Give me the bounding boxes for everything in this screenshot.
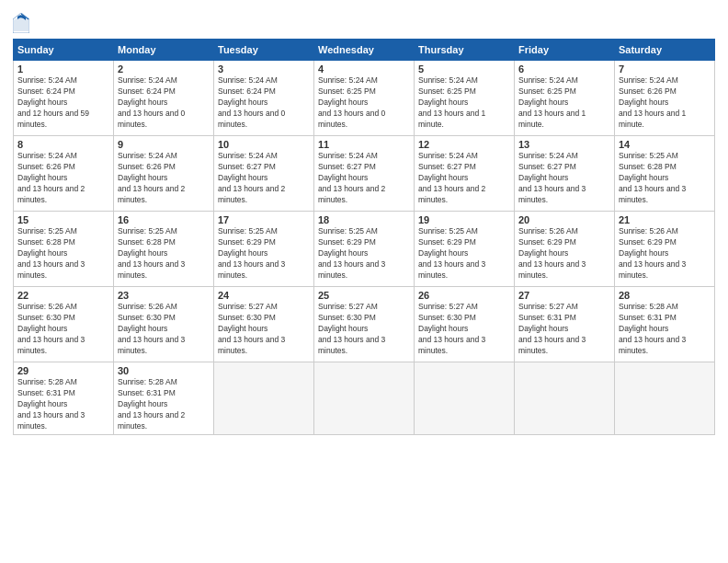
- day-info: Sunrise: 5:26 AMSunset: 6:29 PMDaylight …: [518, 226, 610, 281]
- day-number: 24: [218, 290, 310, 301]
- logo: [13, 13, 34, 33]
- calendar-header: SundayMondayTuesdayWednesdayThursdayFrid…: [14, 40, 715, 61]
- day-info: Sunrise: 5:24 AMSunset: 6:25 PMDaylight …: [518, 75, 610, 130]
- header-day-wednesday: Wednesday: [314, 40, 415, 61]
- calendar-cell: 18Sunrise: 5:25 AMSunset: 6:29 PMDayligh…: [314, 212, 415, 287]
- calendar-cell: 2Sunrise: 5:24 AMSunset: 6:24 PMDaylight…: [114, 61, 214, 136]
- day-info: Sunrise: 5:26 AMSunset: 6:30 PMDaylight …: [118, 302, 210, 356]
- calendar-cell: 8Sunrise: 5:24 AMSunset: 6:26 PMDaylight…: [14, 136, 114, 212]
- calendar-cell: 3Sunrise: 5:24 AMSunset: 6:24 PMDaylight…: [214, 61, 314, 136]
- day-number: 20: [518, 214, 610, 225]
- day-info: Sunrise: 5:25 AMSunset: 6:29 PMDaylight …: [318, 226, 410, 281]
- day-number: 21: [619, 214, 711, 225]
- day-info: Sunrise: 5:27 AMSunset: 6:30 PMDaylight …: [318, 302, 410, 356]
- day-info: Sunrise: 5:25 AMSunset: 6:29 PMDaylight …: [218, 226, 310, 281]
- day-number: 7: [619, 63, 711, 75]
- day-info: Sunrise: 5:25 AMSunset: 6:28 PMDaylight …: [619, 151, 711, 205]
- header-day-thursday: Thursday: [415, 40, 515, 61]
- day-number: 27: [518, 290, 610, 301]
- day-number: 1: [17, 63, 109, 75]
- day-number: 26: [418, 290, 510, 301]
- calendar-cell: 5Sunrise: 5:24 AMSunset: 6:25 PMDaylight…: [415, 61, 515, 136]
- day-info: Sunrise: 5:24 AMSunset: 6:26 PMDaylight …: [17, 151, 109, 205]
- day-number: 6: [518, 63, 610, 75]
- day-info: Sunrise: 5:24 AMSunset: 6:24 PMDaylight …: [118, 75, 210, 130]
- logo-icon: [13, 13, 29, 33]
- week-row-2: 15Sunrise: 5:25 AMSunset: 6:28 PMDayligh…: [14, 212, 715, 287]
- day-info: Sunrise: 5:24 AMSunset: 6:27 PMDaylight …: [418, 151, 510, 205]
- day-number: 25: [318, 290, 410, 301]
- calendar-cell: 30Sunrise: 5:28 AMSunset: 6:31 PMDayligh…: [114, 362, 214, 435]
- day-info: Sunrise: 5:24 AMSunset: 6:27 PMDaylight …: [218, 151, 310, 205]
- calendar-cell: 29Sunrise: 5:28 AMSunset: 6:31 PMDayligh…: [14, 362, 114, 435]
- calendar-cell: 20Sunrise: 5:26 AMSunset: 6:29 PMDayligh…: [515, 212, 615, 287]
- calendar-cell: 13Sunrise: 5:24 AMSunset: 6:27 PMDayligh…: [515, 136, 615, 212]
- day-number: 30: [118, 365, 210, 376]
- day-number: 11: [318, 139, 410, 150]
- week-row-0: 1Sunrise: 5:24 AMSunset: 6:24 PMDaylight…: [14, 61, 715, 136]
- header-row: SundayMondayTuesdayWednesdayThursdayFrid…: [14, 40, 715, 61]
- day-number: 4: [318, 63, 410, 75]
- calendar-cell: [214, 362, 314, 435]
- calendar-cell: 25Sunrise: 5:27 AMSunset: 6:30 PMDayligh…: [314, 287, 415, 362]
- calendar-cell: 22Sunrise: 5:26 AMSunset: 6:30 PMDayligh…: [14, 287, 114, 362]
- day-number: 22: [17, 290, 109, 301]
- day-info: Sunrise: 5:24 AMSunset: 6:25 PMDaylight …: [418, 75, 510, 130]
- day-info: Sunrise: 5:24 AMSunset: 6:25 PMDaylight …: [318, 75, 410, 130]
- day-info: Sunrise: 5:24 AMSunset: 6:26 PMDaylight …: [118, 151, 210, 205]
- day-number: 16: [118, 214, 210, 225]
- day-number: 29: [17, 365, 109, 376]
- calendar-cell: 26Sunrise: 5:27 AMSunset: 6:30 PMDayligh…: [415, 287, 515, 362]
- calendar-cell: 17Sunrise: 5:25 AMSunset: 6:29 PMDayligh…: [214, 212, 314, 287]
- day-info: Sunrise: 5:26 AMSunset: 6:30 PMDaylight …: [17, 302, 109, 356]
- calendar-cell: 9Sunrise: 5:24 AMSunset: 6:26 PMDaylight…: [114, 136, 214, 212]
- day-number: 2: [118, 63, 210, 75]
- day-info: Sunrise: 5:24 AMSunset: 6:26 PMDaylight …: [619, 75, 711, 130]
- day-info: Sunrise: 5:25 AMSunset: 6:28 PMDaylight …: [118, 226, 210, 281]
- day-number: 12: [418, 139, 510, 150]
- header-day-sunday: Sunday: [14, 40, 114, 61]
- calendar-cell: 1Sunrise: 5:24 AMSunset: 6:24 PMDaylight…: [14, 61, 114, 136]
- day-info: Sunrise: 5:27 AMSunset: 6:30 PMDaylight …: [418, 302, 510, 356]
- week-row-3: 22Sunrise: 5:26 AMSunset: 6:30 PMDayligh…: [14, 287, 715, 362]
- header-day-monday: Monday: [114, 40, 214, 61]
- day-info: Sunrise: 5:27 AMSunset: 6:31 PMDaylight …: [518, 302, 610, 356]
- week-row-4: 29Sunrise: 5:28 AMSunset: 6:31 PMDayligh…: [14, 362, 715, 435]
- day-number: 17: [218, 214, 310, 225]
- header: [13, 9, 715, 33]
- calendar-cell: 11Sunrise: 5:24 AMSunset: 6:27 PMDayligh…: [314, 136, 415, 212]
- day-number: 3: [218, 63, 310, 75]
- day-number: 19: [418, 214, 510, 225]
- header-day-saturday: Saturday: [615, 40, 715, 61]
- day-number: 8: [17, 139, 109, 150]
- calendar-cell: 12Sunrise: 5:24 AMSunset: 6:27 PMDayligh…: [415, 136, 515, 212]
- day-info: Sunrise: 5:25 AMSunset: 6:28 PMDaylight …: [17, 226, 109, 281]
- calendar-table: SundayMondayTuesdayWednesdayThursdayFrid…: [13, 39, 715, 435]
- day-info: Sunrise: 5:27 AMSunset: 6:30 PMDaylight …: [218, 302, 310, 356]
- day-info: Sunrise: 5:25 AMSunset: 6:29 PMDaylight …: [418, 226, 510, 281]
- day-info: Sunrise: 5:26 AMSunset: 6:29 PMDaylight …: [619, 226, 711, 281]
- page: SundayMondayTuesdayWednesdayThursdayFrid…: [0, 0, 728, 563]
- day-info: Sunrise: 5:24 AMSunset: 6:27 PMDaylight …: [318, 151, 410, 205]
- day-number: 13: [518, 139, 610, 150]
- header-day-tuesday: Tuesday: [214, 40, 314, 61]
- calendar-cell: 4Sunrise: 5:24 AMSunset: 6:25 PMDaylight…: [314, 61, 415, 136]
- calendar-cell: 19Sunrise: 5:25 AMSunset: 6:29 PMDayligh…: [415, 212, 515, 287]
- calendar-cell: [515, 362, 615, 435]
- day-info: Sunrise: 5:24 AMSunset: 6:27 PMDaylight …: [518, 151, 610, 205]
- calendar-cell: 6Sunrise: 5:24 AMSunset: 6:25 PMDaylight…: [515, 61, 615, 136]
- week-row-1: 8Sunrise: 5:24 AMSunset: 6:26 PMDaylight…: [14, 136, 715, 212]
- day-number: 5: [418, 63, 510, 75]
- day-number: 15: [17, 214, 109, 225]
- calendar-cell: 24Sunrise: 5:27 AMSunset: 6:30 PMDayligh…: [214, 287, 314, 362]
- calendar-cell: [314, 362, 415, 435]
- day-number: 14: [619, 139, 711, 150]
- header-day-friday: Friday: [515, 40, 615, 61]
- day-info: Sunrise: 5:24 AMSunset: 6:24 PMDaylight …: [218, 75, 310, 130]
- day-info: Sunrise: 5:24 AMSunset: 6:24 PMDaylight …: [17, 75, 109, 130]
- day-number: 9: [118, 139, 210, 150]
- day-number: 28: [619, 290, 711, 301]
- day-info: Sunrise: 5:28 AMSunset: 6:31 PMDaylight …: [17, 377, 109, 431]
- day-number: 23: [118, 290, 210, 301]
- calendar-cell: 16Sunrise: 5:25 AMSunset: 6:28 PMDayligh…: [114, 212, 214, 287]
